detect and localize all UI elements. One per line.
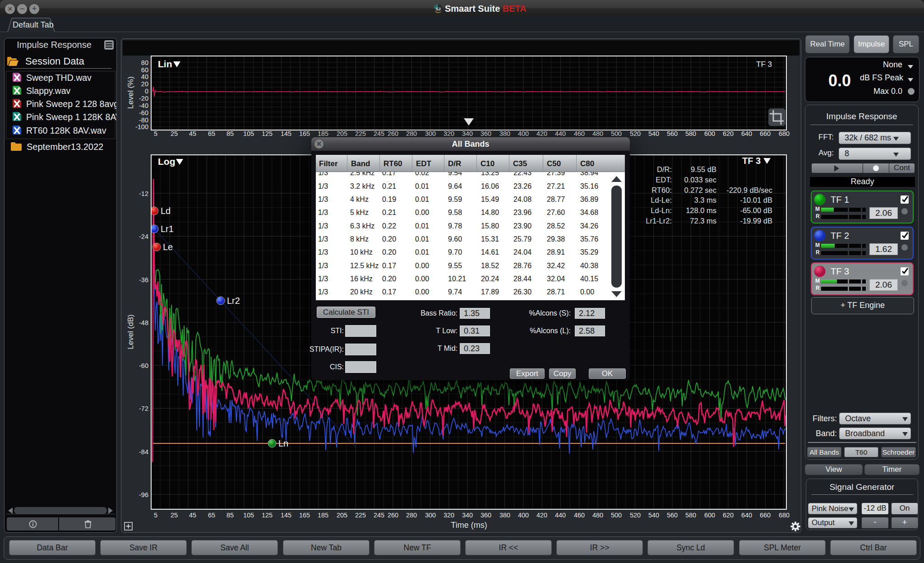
svg-text:SJ: SJ [435,7,440,11]
svg-text:Le: Le [163,242,173,252]
svg-text:Lr2: Lr2 [227,296,240,306]
svg-text:Lr1: Lr1 [161,224,174,234]
svg-text:Ln: Ln [278,438,288,448]
svg-text:Ld: Ld [161,206,171,216]
